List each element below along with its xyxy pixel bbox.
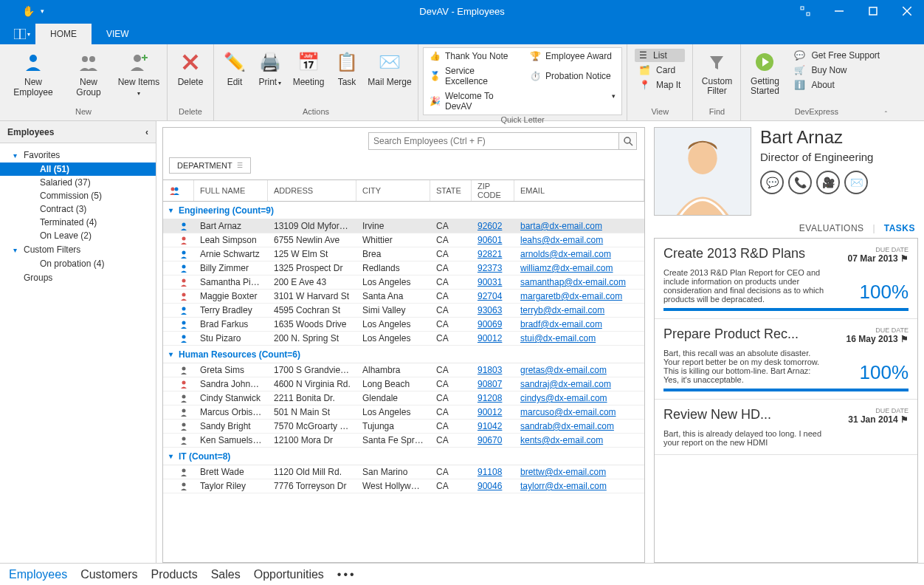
cell-email[interactable]: cindys@dx-email.com — [514, 393, 644, 403]
view-card-button[interactable]: 🗂️Card — [635, 64, 685, 77]
table-row[interactable]: Billy Zimmer1325 Prospect DrRedlandsCA92… — [163, 261, 644, 276]
search-button[interactable] — [619, 132, 637, 150]
about-button[interactable]: ℹ️About — [791, 78, 883, 92]
col-header-icon[interactable] — [163, 180, 194, 201]
sidebar-item[interactable]: Contract (3) — [0, 202, 156, 216]
cell-zip[interactable]: 91208 — [472, 393, 514, 403]
cell-zip[interactable]: 90031 — [472, 277, 514, 287]
cell-email[interactable]: leahs@dx-email.com — [514, 235, 644, 245]
sidebar-item[interactable]: Salaried (37) — [0, 176, 156, 189]
quick-letter-thank-you[interactable]: 👍Thank You Note — [430, 49, 515, 63]
get-support-button[interactable]: 💬Get Free Support — [791, 49, 883, 62]
tree-groups[interactable]: Groups — [0, 270, 156, 285]
ribbon-tab-home[interactable]: HOME — [35, 24, 92, 44]
table-row[interactable]: Bart Arnaz13109 Old Myford RdIrvineCA926… — [163, 219, 644, 233]
task-item[interactable]: Review New HD...DUE DATE31 Jan 2014 ⚑Bar… — [655, 400, 917, 455]
nav-opportunities[interactable]: Opportunities — [254, 568, 324, 581]
nav-employees[interactable]: Employees — [9, 568, 67, 581]
task-item[interactable]: Create 2013 R&D PlansDUE DATE07 Mar 2013… — [655, 239, 917, 319]
table-row[interactable]: Cindy Stanwick2211 Bonita Dr.GlendaleCA9… — [163, 391, 644, 406]
sidebar-item[interactable]: Terminated (4) — [0, 216, 156, 229]
cell-zip[interactable]: 93063 — [472, 305, 514, 315]
getting-started-button[interactable]: Getting Started — [745, 47, 784, 99]
buy-now-button[interactable]: 🛒Buy Now — [791, 64, 883, 77]
quick-letter-dropdown-icon[interactable]: ▾ — [612, 92, 616, 100]
cell-email[interactable]: terryb@dx-email.com — [514, 305, 644, 315]
table-row[interactable]: Marcus Orbison501 N Main StLos AngelesCA… — [163, 406, 644, 420]
table-row[interactable]: Arnie Schwartz125 W Elm StBreaCA92821arn… — [163, 247, 644, 261]
call-button[interactable]: 📞 — [788, 171, 812, 194]
tree-favorites[interactable]: ▾Favorites — [0, 148, 156, 162]
group-by-chip[interactable]: DEPARTMENT ☰ — [169, 157, 251, 174]
table-row[interactable]: Taylor Riley7776 Torreyson DrWest Hollyw… — [163, 479, 644, 493]
cell-zip[interactable]: 92821 — [472, 249, 514, 259]
search-input[interactable] — [368, 132, 619, 150]
delete-button[interactable]: Delete — [172, 47, 209, 90]
mail-merge-button[interactable]: ✉️Mail Merge — [366, 47, 413, 90]
table-row[interactable]: Brad Farkus1635 Woods DriveLos AngelesCA… — [163, 318, 644, 332]
task-button[interactable]: 📋Task — [331, 47, 363, 90]
message-button[interactable]: 💬 — [760, 171, 784, 194]
edit-button[interactable]: ✏️Edit — [218, 47, 251, 90]
task-item[interactable]: Prepare Product Rec...DUE DATE16 May 201… — [655, 319, 917, 400]
table-row[interactable]: Leah Simpson6755 Newlin AveWhittierCA906… — [163, 233, 644, 247]
cell-zip[interactable]: 90807 — [472, 379, 514, 389]
cell-zip[interactable]: 90601 — [472, 235, 514, 245]
tab-tasks[interactable]: TASKS — [884, 223, 915, 233]
video-button[interactable]: 🎥 — [816, 171, 840, 194]
dropdown-icon[interactable]: ▾ — [41, 7, 44, 15]
cell-zip[interactable]: 90069 — [472, 319, 514, 329]
table-row[interactable]: Sandy Bright7570 McGroarty TerTujungaCA9… — [163, 420, 644, 434]
email-button[interactable]: ✉️ — [844, 171, 868, 194]
print-button[interactable]: 🖨️Print ▾ — [254, 47, 286, 90]
minimize-button[interactable] — [822, 0, 856, 22]
table-row[interactable]: Stu Pizaro200 N. Spring StLos AngelesCA9… — [163, 332, 644, 346]
nav-products[interactable]: Products — [151, 568, 198, 581]
cell-zip[interactable]: 90046 — [472, 481, 514, 491]
new-group-button[interactable]: New Group — [65, 47, 112, 100]
quick-letter-welcome[interactable]: 🎉Welcome To DevAV — [430, 89, 515, 113]
table-row[interactable]: Samantha Piper200 E Ave 43Los AngelesCA9… — [163, 276, 644, 290]
new-items-button[interactable]: New Items ▾ — [115, 47, 162, 100]
view-list-button[interactable]: ☰List — [635, 49, 685, 62]
quick-letter-award[interactable]: 🏆Employee Award — [530, 49, 616, 63]
cell-zip[interactable]: 90012 — [472, 407, 514, 417]
sidebar-item[interactable]: All (51) — [0, 162, 156, 176]
group-row[interactable]: ▾IT (Count=8) — [163, 448, 644, 465]
hand-icon[interactable]: ✋ — [22, 5, 35, 17]
cell-email[interactable]: barta@dx-email.com — [514, 221, 644, 231]
ribbon-menu-icon[interactable]: ▾ — [9, 24, 35, 44]
ribbon-collapse-icon[interactable]: ˆ — [885, 111, 887, 119]
group-row[interactable]: ▾Human Resources (Count=6) — [163, 346, 644, 363]
cell-email[interactable]: sandraj@dx-email.com — [514, 379, 644, 389]
cell-email[interactable]: gretas@dx-email.com — [514, 365, 644, 375]
col-header-state[interactable]: STATE — [430, 180, 472, 201]
cell-email[interactable]: brettw@dx-email.com — [514, 467, 644, 477]
table-row[interactable]: Greta Sims1700 S Grandview Dr.AlhambraCA… — [163, 363, 644, 377]
sidebar-item[interactable]: On Leave (2) — [0, 229, 156, 242]
custom-filter-button[interactable]: Custom Filter — [697, 47, 736, 99]
cell-email[interactable]: williamz@dx-email.com — [514, 263, 644, 273]
quick-letter-excellence[interactable]: 🥇Service Excellence — [430, 64, 515, 88]
cell-email[interactable]: margaretb@dx-email.com — [514, 291, 644, 301]
table-row[interactable]: Terry Bradley4595 Cochran StSimi ValleyC… — [163, 304, 644, 318]
sidebar-item[interactable]: Commission (5) — [0, 189, 156, 202]
ribbon-tab-view[interactable]: VIEW — [92, 24, 144, 44]
quick-letter-probation[interactable]: ⏱️Probation Notice — [530, 64, 616, 88]
table-row[interactable]: Maggie Boxter3101 W Harvard StSanta AnaC… — [163, 290, 644, 304]
table-row[interactable]: Ken Samuelson12100 Mora DrSanta Fe Sprin… — [163, 434, 644, 448]
sidebar-item[interactable]: On probation (4) — [0, 257, 156, 270]
table-row[interactable]: Sandra Johnson4600 N Virginia Rd.Long Be… — [163, 377, 644, 391]
grid-body[interactable]: ▾Engineering (Count=9)Bart Arnaz13109 Ol… — [163, 202, 644, 562]
task-list[interactable]: Create 2013 R&D PlansDUE DATE07 Mar 2013… — [654, 238, 918, 563]
cell-zip[interactable]: 91108 — [472, 467, 514, 477]
view-map-button[interactable]: 📍Map It — [635, 78, 685, 92]
col-header-zip[interactable]: ZIP CODE — [472, 180, 514, 201]
table-row[interactable]: Brett Wade1120 Old Mill Rd.San MarinoCA9… — [163, 465, 644, 479]
nav-sales[interactable]: Sales — [211, 568, 241, 581]
fullscreen-icon[interactable] — [788, 0, 822, 22]
col-header-name[interactable]: FULL NAME — [194, 180, 268, 201]
meeting-button[interactable]: 📅Meeting — [289, 47, 328, 90]
cell-zip[interactable]: 91042 — [472, 421, 514, 431]
col-header-city[interactable]: CITY — [356, 180, 430, 201]
